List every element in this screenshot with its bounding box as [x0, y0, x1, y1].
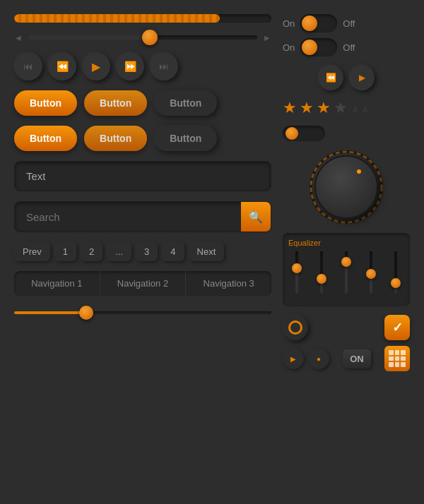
grid-dot-7	[389, 362, 394, 367]
text-field[interactable]: Text	[14, 161, 271, 191]
eq-thumb-2[interactable]	[317, 274, 326, 284]
search-input[interactable]	[15, 203, 241, 232]
nav-tab-2[interactable]: Navigation 2	[100, 271, 187, 296]
slider-thumb[interactable]	[142, 30, 158, 45]
page-ellipsis: ...	[107, 242, 131, 261]
button-orange-4[interactable]: Button	[84, 126, 147, 151]
progress-fill	[14, 14, 220, 23]
eq-band-5[interactable]	[390, 251, 401, 301]
media-next-next[interactable]: ⏭	[150, 52, 178, 80]
toggle-knob-1	[302, 16, 317, 31]
stars-section: ★ ★ ★ ★ ▲▲	[283, 99, 410, 117]
eq-track-1	[295, 251, 298, 294]
play-btn-small-2[interactable]: ●	[308, 348, 329, 369]
toggle-row-1: On Off	[283, 14, 410, 32]
page-3[interactable]: 3	[136, 242, 158, 261]
stars-row: ★ ★ ★ ★ ▲▲	[283, 99, 410, 117]
media-fast-forward[interactable]: ⏩	[116, 52, 144, 80]
eq-track-5	[394, 251, 397, 294]
page-1[interactable]: 1	[54, 242, 76, 261]
buttons-row-1: Button Button Button	[14, 90, 271, 116]
page-2[interactable]: 2	[81, 242, 102, 261]
widget-row-2: ▶ ● ON	[283, 346, 410, 371]
eq-track-3	[345, 251, 348, 294]
toggle-on-label-2: On	[283, 42, 295, 53]
eq-fill-4	[370, 278, 372, 294]
eq-fill-1	[295, 272, 298, 294]
widget-row-1: ✓	[283, 315, 410, 340]
grid-dot-9	[401, 362, 406, 367]
progress-bar[interactable]	[14, 14, 271, 23]
small-toggle-wrap	[283, 126, 410, 141]
nav-tabs: Navigation 1 Navigation 2 Navigation 3	[14, 271, 271, 296]
eq-band-1[interactable]	[291, 251, 302, 301]
button-orange-1[interactable]: Button	[14, 90, 77, 116]
range-thumb[interactable]	[79, 306, 93, 320]
dial-knob[interactable]	[314, 155, 378, 219]
page-4[interactable]: 4	[162, 242, 184, 261]
eq-fill-2	[320, 283, 323, 294]
checkbox-widget[interactable]: ✓	[384, 315, 410, 340]
dial-dot	[357, 169, 361, 174]
grid-dot-2	[395, 350, 400, 355]
eq-thumb-1[interactable]	[292, 263, 302, 273]
bottom-slider	[14, 306, 271, 320]
button-orange-3[interactable]: Button	[14, 126, 77, 151]
toggle-knob-2	[302, 40, 317, 55]
button-outline-1[interactable]: Button	[154, 90, 217, 116]
bottom-widgets: ✓ ▶ ● ON	[283, 315, 410, 371]
right-media-prev[interactable]: ⏪	[318, 65, 343, 90]
toggle-switch-2[interactable]	[300, 38, 337, 56]
media-rewind[interactable]: ⏪	[48, 52, 76, 80]
media-controls: ⏮ ⏪ ▶ ⏩ ⏭	[14, 52, 271, 80]
toggle-switch-1[interactable]	[300, 14, 337, 32]
toggle-off-label-1: Off	[343, 18, 355, 29]
checkmark-icon: ✓	[392, 320, 403, 335]
eq-track-2	[320, 251, 323, 294]
circle-button-1[interactable]	[283, 315, 308, 340]
dial-section	[283, 150, 410, 224]
range-slider[interactable]	[14, 306, 271, 320]
eq-band-2[interactable]	[316, 251, 327, 301]
toggle-off-label-2: Off	[343, 42, 355, 53]
grid-dot-1	[389, 350, 394, 355]
star-4[interactable]: ★	[334, 99, 348, 117]
star-1[interactable]: ★	[283, 99, 297, 117]
button-orange-2[interactable]: Button	[84, 90, 147, 116]
progress-section	[14, 14, 271, 23]
search-row: 🔍	[14, 201, 271, 232]
right-media-play[interactable]: ▶	[349, 65, 375, 90]
buttons-row-2: Button Button Button	[14, 126, 271, 151]
star-5[interactable]: ▲▲	[351, 102, 370, 114]
eq-fill-5	[394, 287, 397, 294]
star-2[interactable]: ★	[300, 99, 314, 117]
media-prev-prev[interactable]: ⏮	[14, 52, 42, 80]
eq-thumb-5[interactable]	[391, 278, 401, 288]
eq-sliders	[288, 251, 404, 301]
eq-thumb-4[interactable]	[366, 269, 376, 279]
eq-band-3[interactable]	[341, 251, 352, 301]
star-3[interactable]: ★	[317, 99, 331, 117]
pagination: Prev 1 2 ... 3 4 Next	[14, 242, 271, 261]
grid-dot-5	[395, 356, 400, 361]
play-btn-small-1[interactable]: ▶	[283, 348, 304, 369]
nav-tab-1[interactable]: Navigation 1	[14, 271, 100, 296]
grid-dot-6	[401, 356, 406, 361]
toggle-on-label-1: On	[283, 18, 295, 29]
eq-track-4	[370, 251, 372, 294]
grid-button[interactable]	[384, 346, 410, 371]
equalizer-section: Equalizer	[283, 233, 410, 306]
button-outline-2[interactable]: Button	[154, 126, 217, 151]
toggle-row-2: On Off	[283, 38, 410, 56]
page-next[interactable]: Next	[189, 242, 225, 261]
small-toggle[interactable]	[283, 126, 325, 141]
slider-fill	[28, 35, 154, 40]
slider[interactable]	[28, 35, 257, 40]
on-badge[interactable]: ON	[343, 349, 371, 368]
nav-tab-3[interactable]: Navigation 3	[186, 271, 271, 296]
eq-band-4[interactable]	[365, 251, 377, 301]
page-prev[interactable]: Prev	[14, 242, 50, 261]
media-play[interactable]: ▶	[82, 52, 110, 80]
eq-thumb-3[interactable]	[341, 257, 351, 267]
search-button[interactable]: 🔍	[241, 202, 271, 232]
